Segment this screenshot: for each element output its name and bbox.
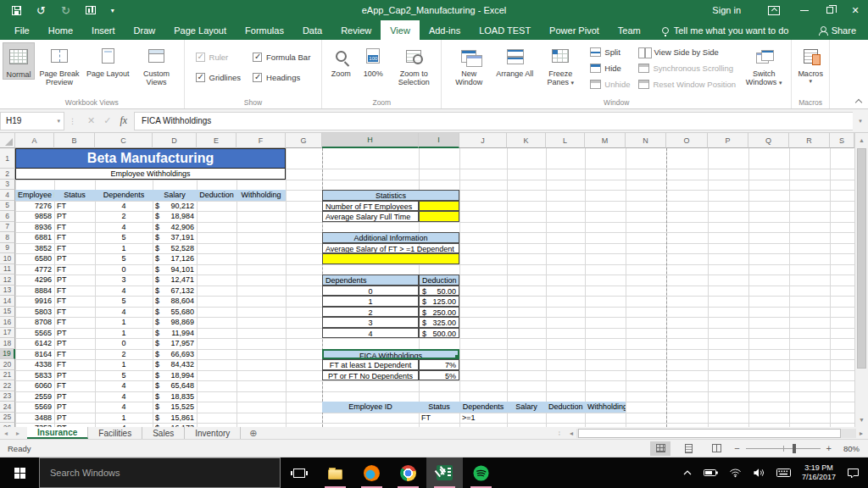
enter-icon[interactable]: ✓	[103, 115, 111, 126]
cell-A13[interactable]: 8884	[15, 286, 54, 297]
zoom-level[interactable]: 80%	[839, 444, 860, 453]
cell-C7[interactable]: 4	[95, 222, 153, 233]
horizontal-scrollbar[interactable]: ⁞ ◂ ▸	[554, 427, 868, 439]
statistics-value-0[interactable]	[419, 201, 459, 212]
view-side-by-side-button[interactable]: View Side by Side	[638, 46, 736, 58]
cell-H17[interactable]: 4	[322, 328, 419, 339]
cell-D15[interactable]: $55,680	[153, 307, 197, 318]
undo-icon[interactable]: ↺	[36, 5, 46, 16]
column-header-J[interactable]: J	[459, 133, 507, 148]
cell-C17[interactable]: 1	[95, 328, 153, 339]
start-button[interactable]	[0, 458, 39, 488]
cell-A26[interactable]: 7353	[15, 423, 54, 427]
cell-D17[interactable]: $11,994	[153, 328, 197, 339]
row-header-6[interactable]: 6	[0, 211, 15, 222]
column-header-D[interactable]: D	[153, 133, 197, 148]
scroll-right-icon[interactable]: ▸	[856, 430, 866, 437]
ruler-checkbox[interactable]: Ruler	[196, 53, 242, 62]
cell-B7[interactable]: FT	[54, 222, 95, 233]
zoom-slider[interactable]: − +	[734, 443, 832, 453]
cell-A24[interactable]: 5569	[15, 402, 54, 413]
statistics-title[interactable]: Statistics	[322, 190, 459, 201]
column-header-N[interactable]: N	[626, 133, 666, 148]
column-header-G[interactable]: G	[286, 133, 322, 148]
employee-header-4[interactable]: Deduction	[197, 190, 236, 201]
row-header-24[interactable]: 24	[0, 402, 15, 413]
cell-B25[interactable]: PT	[54, 413, 95, 424]
cell-C18[interactable]: 0	[95, 338, 153, 349]
cell-H13[interactable]: 0	[322, 286, 419, 297]
additional-info-label[interactable]: Average Salary of FT > =1 Dependent	[322, 243, 459, 254]
cell-I13[interactable]: $50.00	[419, 286, 459, 297]
restore-button[interactable]	[817, 0, 843, 20]
cell-B12[interactable]: PT	[54, 274, 95, 286]
split-button[interactable]: Split	[590, 46, 630, 58]
ribbon-tab-data[interactable]: Data	[293, 20, 331, 40]
horizontal-scroll-thumb[interactable]	[578, 429, 841, 438]
page-layout-view-shortcut[interactable]	[678, 441, 698, 456]
cell-B21[interactable]: PT	[54, 370, 95, 381]
zoom-in-icon[interactable]: +	[826, 443, 832, 453]
cell-C25[interactable]: 1	[95, 413, 153, 424]
cell-B5[interactable]: FT	[54, 201, 95, 212]
row-header-8[interactable]: 8	[0, 232, 15, 243]
cell-D23[interactable]: $18,835	[153, 391, 197, 402]
cell-H21[interactable]: PT or FT No Dependents	[322, 370, 419, 381]
cell-D16[interactable]: $98,869	[153, 317, 197, 328]
cell-D11[interactable]: $94,101	[153, 264, 197, 275]
cell-B22[interactable]: FT	[54, 380, 95, 391]
scroll-down-icon[interactable]: ▼	[855, 413, 868, 426]
sheet-nav-left-icon[interactable]: ◂	[0, 427, 12, 439]
selected-cell-H19[interactable]: FICA Withholdings	[322, 349, 459, 360]
cell-A5[interactable]: 7276	[15, 201, 54, 212]
headings-checkbox[interactable]: Headings	[253, 73, 310, 82]
cell-C24[interactable]: 4	[95, 402, 153, 413]
ribbon-tab-review[interactable]: Review	[331, 20, 381, 40]
cell-A25[interactable]: 3488	[15, 413, 54, 424]
cell-B15[interactable]: FT	[54, 307, 95, 318]
action-center-icon[interactable]	[847, 468, 860, 479]
cell-C23[interactable]: 4	[95, 391, 153, 402]
cell-A22[interactable]: 6060	[15, 380, 54, 391]
row-header-20[interactable]: 20	[0, 359, 15, 370]
column-header-R[interactable]: R	[789, 133, 830, 148]
statistics-label-0[interactable]: Number of FT Employees	[322, 201, 419, 212]
cell-C22[interactable]: 4	[95, 380, 153, 391]
sheet-subtitle[interactable]: Employee Withholdings	[15, 169, 286, 180]
task-view-icon[interactable]	[281, 458, 317, 488]
cell-B26[interactable]: PT	[54, 423, 95, 427]
chevron-up-icon[interactable]	[682, 469, 693, 477]
row-header-17[interactable]: 17	[0, 328, 15, 339]
sheet-tab-insurance[interactable]: Insurance	[27, 427, 88, 439]
criteria-header-4[interactable]: Deduction	[546, 402, 585, 413]
cell-C13[interactable]: 4	[95, 286, 153, 297]
zoom-out-icon[interactable]: −	[734, 443, 739, 453]
cell-B10[interactable]: PT	[54, 253, 95, 264]
spotify-icon[interactable]	[463, 458, 499, 488]
freeze-panes-button[interactable]: Freeze Panes ▾	[536, 42, 585, 87]
switch-windows-button[interactable]: Switch Windows ▾	[739, 42, 788, 87]
cell-A11[interactable]: 4772	[15, 264, 54, 275]
macros-button[interactable]: Macros ▾	[794, 42, 826, 85]
scroll-up-icon[interactable]: ▲	[855, 134, 868, 147]
vertical-scroll-thumb[interactable]	[857, 148, 866, 369]
column-header-A[interactable]: A	[15, 133, 54, 148]
cell-C12[interactable]: 3	[95, 274, 153, 286]
cell-C26[interactable]: 4	[95, 423, 153, 427]
criteria-header-5[interactable]: Withholdings	[585, 402, 626, 413]
sheet-nav-right-icon[interactable]: ▸	[12, 427, 24, 439]
row-header-16[interactable]: 16	[0, 317, 15, 328]
column-header-I[interactable]: I	[419, 133, 459, 148]
cell-A12[interactable]: 4296	[15, 274, 54, 286]
ribbon-tab-power-pivot[interactable]: Power Pivot	[540, 20, 609, 40]
additional-info-value[interactable]	[322, 253, 459, 264]
redo-icon[interactable]: ↻	[61, 5, 70, 16]
cell-A18[interactable]: 6142	[15, 338, 54, 349]
statistics-label-1[interactable]: Average Salary Full Time	[322, 211, 419, 222]
zoom-100-button[interactable]: 100 100%	[357, 42, 389, 78]
cell-B13[interactable]: FT	[54, 286, 95, 297]
normal-view-shortcut[interactable]	[650, 441, 670, 456]
row-header-15[interactable]: 15	[0, 307, 15, 318]
spreadsheet-grid[interactable]: 1234567891011121314151617181920212223242…	[0, 148, 854, 427]
cell-A20[interactable]: 4338	[15, 359, 54, 370]
